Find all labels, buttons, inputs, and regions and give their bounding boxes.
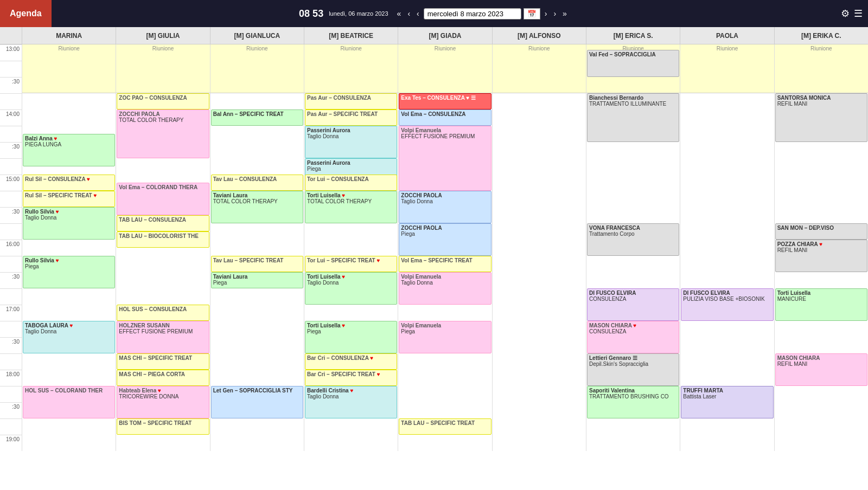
col-giada-grid: Riunione Exa Tes – CONSULENZA ♥ ☰ Vol Em… xyxy=(398,44,492,451)
event-tab-lau-specific-giada[interactable]: TAB LAU – SPECIFIC TREAT xyxy=(399,418,491,435)
event-di-fusco-paola[interactable]: DI FUSCO ELVIRA PULIZIA VISO BASE +BIOSO… xyxy=(681,288,773,321)
nav-first[interactable]: « xyxy=(395,8,404,19)
col-giulia: [M] GIULIA xyxy=(116,27,209,44)
event-bal-ann-specific[interactable]: Bal Ann – SPECIFIC TREAT xyxy=(211,109,303,126)
menu-btn[interactable]: ☰ xyxy=(854,8,863,20)
event-tav-lau-specific[interactable]: Tav Lau – SPECIFIC TREAT xyxy=(211,256,303,272)
event-truffi-marta[interactable]: TRUFFI MARTA Battista Laser xyxy=(681,386,773,418)
header-date: lunedì, 06 marzo 2023 xyxy=(329,10,388,17)
event-santorsa-monica[interactable]: SANTORSA MONICA REFIL MANI xyxy=(775,93,867,142)
event-rullo-silvia-2[interactable]: Rullo Silvia Piega xyxy=(23,256,115,288)
event-mas-chi-piega[interactable]: MAS CHI – PIEGA CORTA xyxy=(117,370,209,386)
event-bianchessi-bernardo[interactable]: Bianchessi Bernardo TRATTAMENTO ILLUMINA… xyxy=(587,93,679,142)
event-pozza-chiara[interactable]: POZZA CHIARA REFIL MANI xyxy=(775,240,867,272)
event-torti-luisella-taglio[interactable]: Torti Luisella Taglio Donna xyxy=(305,272,397,305)
event-saporiti-valentina[interactable]: Saporiti Valentina TRATTAMENTO BRUSHING … xyxy=(587,386,679,418)
event-taviani-laura-1[interactable]: Taviani Laura TOTAL COLOR THERAPY xyxy=(211,191,303,223)
event-torti-luisella-piega[interactable]: Torti Luisella Piega xyxy=(305,321,397,353)
col-erica-s: [M] ERICA S. xyxy=(586,27,680,44)
event-vona-francesca[interactable]: VONA FRANCESCA Trattamento Corpo xyxy=(587,223,679,256)
settings-btn[interactable]: ⚙ xyxy=(841,8,850,20)
event-di-fusco-consulenza[interactable]: DI FUSCO ELVIRA CONSULENZA xyxy=(587,288,679,321)
gianluca-riunione: Riunione xyxy=(210,44,304,93)
event-tab-lau-consulenza[interactable]: TAB LAU – CONSULENZA xyxy=(117,215,209,231)
event-taboga-laura[interactable]: TABOGA LAURA Taglio Donna xyxy=(23,321,115,353)
col-beatrice: [M] BEATRICE xyxy=(304,27,398,44)
col-gianluca: [M] GIANLUCA xyxy=(210,27,304,44)
col-erica-s-grid: Riunione Val Fed – SOPRACCIGLIA Bianches… xyxy=(586,44,680,451)
event-mason-chiara-refil[interactable]: MASON CHIARA REFIL MANI xyxy=(775,353,867,386)
event-hol-sus-colorand[interactable]: HOL SUS – COLORAND THER xyxy=(23,386,115,418)
date-input[interactable] xyxy=(424,8,521,20)
event-torti-luisella-total[interactable]: Torti Luisella TOTAL COLOR THERAPY xyxy=(305,191,397,223)
event-holzner-susann[interactable]: HOLZNER SUSANN EFFECT FUSIONE PREMIUM xyxy=(117,321,209,353)
event-bar-cri-specific[interactable]: Bar Cri – SPECIFIC TREAT xyxy=(305,370,397,386)
event-zocchi-paola-taglio[interactable]: ZOCCHI PAOLA Taglio Donna xyxy=(399,191,491,223)
event-val-fed-sopracciglia[interactable]: Val Fed – SOPRACCIGLIA xyxy=(587,50,679,77)
event-mason-chiara-consulenza[interactable]: MASON CHIARA CONSULENZA xyxy=(587,321,679,353)
event-volpi-emanuela-taglio[interactable]: Volpi Emanuela Taglio Donna xyxy=(399,272,491,305)
event-torti-luisella-manicure[interactable]: Torti Luisella MANICURE xyxy=(775,288,867,321)
event-zocchi-paola-total[interactable]: ZOCCHI PAOLA TOTAL COLOR THERAPY xyxy=(117,109,209,158)
giulia-riunione: Riunione xyxy=(116,44,209,93)
app-title: Agenda xyxy=(0,0,52,27)
header-time: 08 53 xyxy=(299,8,323,20)
event-volpi-emanuela-effect[interactable]: Volpi Emanuela EFFECT FUSIONE PREMIUM xyxy=(399,126,491,191)
giada-riunione: Riunione xyxy=(398,44,492,93)
col-paola-grid: Riunione DI FUSCO ELVIRA PULIZIA VISO BA… xyxy=(680,44,774,451)
nav-next-week[interactable]: › xyxy=(551,8,558,19)
event-volpi-emanuela-piega[interactable]: Volpi Emanuela Piega xyxy=(399,321,491,353)
marina-riunione: Riunione xyxy=(22,44,116,93)
event-vol-ema-specific[interactable]: Vol Ema – SPECIFIC TREAT xyxy=(399,256,491,272)
col-paola: PAOLA xyxy=(680,27,774,44)
event-taviani-laura-2[interactable]: Taviani Laura Piega xyxy=(211,272,303,288)
col-erika-c: [M] ERIKA C. xyxy=(774,27,868,44)
event-zocchi-paola-piega[interactable]: ZOCCHI PAOLA Piega xyxy=(399,223,491,256)
beatrice-riunione: Riunione xyxy=(304,44,398,93)
event-bis-tom-specific[interactable]: BIS TOM – SPECIFIC TREAT xyxy=(117,418,209,435)
col-alfonso-grid: Riunione xyxy=(492,44,586,451)
event-vol-ema-consulenza[interactable]: Vol Ema – CONSULENZA xyxy=(399,109,491,126)
event-passerini-aurora-taglio[interactable]: Passerini Aurora Taglio Donna xyxy=(305,126,397,158)
col-giada: [M] GIADA xyxy=(398,27,492,44)
event-tab-lau-biocolorist[interactable]: TAB LAU – BIOCOLORIST THE xyxy=(117,231,209,248)
event-mas-chi-specific[interactable]: MAS CHI – SPECIFIC TREAT xyxy=(117,353,209,370)
event-rullo-silvia-1[interactable]: Rullo Silvia Taglio Donna xyxy=(23,207,115,240)
event-zoc-pao-consulenza[interactable]: ZOC PAO – CONSULENZA xyxy=(117,93,209,109)
col-beatrice-grid: Riunione Pas Aur – CONSULENZA Pas Aur – … xyxy=(304,44,398,451)
event-san-mon-depviso[interactable]: SAN MON – DEP.VISO xyxy=(775,223,867,240)
event-tav-lau-consulenza[interactable]: Tav Lau – CONSULENZA xyxy=(211,175,303,191)
col-giulia-grid: Riunione ZOC PAO – CONSULENZA ZOCCHI PAO… xyxy=(116,44,209,451)
event-rul-sil-consulenza[interactable]: Rul Sil – CONSULENZA xyxy=(23,175,115,191)
col-gianluca-grid: Riunione Bal Ann – SPECIFIC TREAT Tav La… xyxy=(210,44,304,451)
event-bar-cri-consulenza[interactable]: Bar Cri – CONSULENZA xyxy=(305,353,397,370)
col-marina: MARINA xyxy=(22,27,116,44)
event-pas-aur-specific[interactable]: Pas Aur – SPECIFIC TREAT xyxy=(305,109,397,126)
event-pas-aur-consulenza[interactable]: Pas Aur – CONSULENZA xyxy=(305,93,397,109)
event-habteab-elena[interactable]: Habteab Elena TRICOREWIRE DONNA xyxy=(117,386,209,418)
calendar-icon-btn[interactable]: 📅 xyxy=(524,8,540,20)
event-balzi-anna[interactable]: Balzi Anna PIEGA LUNGA xyxy=(23,134,115,166)
nav-next-day[interactable]: › xyxy=(542,8,550,19)
event-vol-ema-colorand[interactable]: Vol Ema – COLORAND THERA xyxy=(117,183,209,215)
event-bardelli-cristina[interactable]: Bardelli Cristina Taglio Donna xyxy=(305,386,397,418)
nav-prev-day[interactable]: ‹ xyxy=(414,8,422,19)
nav-prev-week[interactable]: ‹ xyxy=(405,8,412,19)
nav-last[interactable]: » xyxy=(560,8,569,19)
alfonso-riunione: Riunione xyxy=(493,44,586,93)
event-lettieri-gennaro[interactable]: Lettieri Gennaro ☰ Depil.Skin's Sopracci… xyxy=(587,353,679,386)
event-tor-lui-consulenza[interactable]: Tor Lui – CONSULENZA xyxy=(305,175,397,191)
col-alfonso: [M] ALFONSO xyxy=(492,27,586,44)
erikac-riunione: Riunione xyxy=(775,44,868,93)
event-exa-tes-consulenza[interactable]: Exa Tes – CONSULENZA ♥ ☰ xyxy=(399,93,491,109)
col-marina-grid: Riunione Balzi Anna PIEGA LUNGA Rul Sil … xyxy=(22,44,116,451)
paola-riunione: Riunione xyxy=(680,44,774,93)
event-tor-lui-specific[interactable]: Tor Lui – SPECIFIC TREAT xyxy=(305,256,397,272)
event-rul-sil-specific[interactable]: Rul Sil – SPECIFIC TREAT xyxy=(23,191,115,207)
event-hol-sus-consulenza[interactable]: HOL SUS – CONSULENZA xyxy=(117,305,209,321)
time-column: 13:00 :30 14:00 :30 15:00 :30 16:00 :30 … xyxy=(0,44,22,490)
col-erika-c-grid: Riunione SANTORSA MONICA REFIL MANI SAN … xyxy=(774,44,868,451)
event-let-gen-sopracciglia[interactable]: Let Gen – SOPRACCIGLIA STY xyxy=(211,386,303,418)
